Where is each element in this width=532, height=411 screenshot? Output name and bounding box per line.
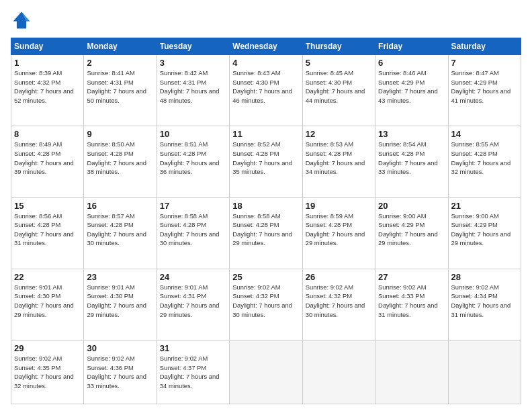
day-number: 19 bbox=[306, 201, 372, 211]
day-number: 22 bbox=[14, 272, 81, 282]
day-number: 12 bbox=[306, 129, 372, 139]
calendar-cell bbox=[302, 340, 375, 404]
calendar-week-row: 29Sunrise: 9:02 AMSunset: 4:35 PMDayligh… bbox=[11, 340, 521, 404]
day-info: Sunrise: 9:01 AMSunset: 4:31 PMDaylight:… bbox=[160, 283, 226, 320]
calendar-cell: 31Sunrise: 9:02 AMSunset: 4:37 PMDayligh… bbox=[157, 340, 229, 404]
calendar-cell: 11Sunrise: 8:52 AMSunset: 4:28 PMDayligh… bbox=[230, 126, 302, 197]
calendar-cell: 10Sunrise: 8:51 AMSunset: 4:28 PMDayligh… bbox=[157, 126, 229, 197]
day-number: 30 bbox=[87, 343, 153, 353]
logo-icon bbox=[11, 9, 32, 31]
day-info: Sunrise: 9:02 AMSunset: 4:32 PMDaylight:… bbox=[306, 283, 372, 320]
calendar-cell: 15Sunrise: 8:56 AMSunset: 4:28 PMDayligh… bbox=[11, 197, 84, 269]
header bbox=[11, 9, 521, 31]
calendar-cell: 9Sunrise: 8:50 AMSunset: 4:28 PMDaylight… bbox=[84, 126, 157, 197]
calendar-cell: 20Sunrise: 9:00 AMSunset: 4:29 PMDayligh… bbox=[375, 197, 448, 269]
calendar-cell: 22Sunrise: 9:01 AMSunset: 4:30 PMDayligh… bbox=[11, 269, 84, 340]
day-info: Sunrise: 8:41 AMSunset: 4:31 PMDaylight:… bbox=[87, 68, 153, 105]
calendar-header-sunday: Sunday bbox=[11, 38, 84, 55]
calendar-week-row: 8Sunrise: 8:49 AMSunset: 4:28 PMDaylight… bbox=[11, 126, 521, 197]
calendar-header-monday: Monday bbox=[84, 38, 157, 55]
day-info: Sunrise: 8:58 AMSunset: 4:28 PMDaylight:… bbox=[160, 212, 226, 248]
calendar-cell: 19Sunrise: 8:59 AMSunset: 4:28 PMDayligh… bbox=[302, 197, 375, 269]
calendar-cell: 5Sunrise: 8:45 AMSunset: 4:30 PMDaylight… bbox=[302, 55, 375, 126]
day-number: 21 bbox=[451, 201, 518, 211]
day-number: 31 bbox=[160, 343, 226, 353]
day-number: 13 bbox=[378, 129, 445, 139]
day-info: Sunrise: 8:46 AMSunset: 4:29 PMDaylight:… bbox=[378, 68, 445, 105]
day-number: 4 bbox=[232, 58, 299, 68]
calendar-cell: 25Sunrise: 9:02 AMSunset: 4:32 PMDayligh… bbox=[230, 269, 302, 340]
calendar-cell bbox=[448, 340, 521, 404]
calendar-cell: 28Sunrise: 9:02 AMSunset: 4:34 PMDayligh… bbox=[448, 269, 521, 340]
day-number: 29 bbox=[14, 343, 81, 353]
calendar-cell: 14Sunrise: 8:55 AMSunset: 4:28 PMDayligh… bbox=[448, 126, 521, 197]
day-number: 25 bbox=[232, 272, 299, 282]
day-info: Sunrise: 9:02 AMSunset: 4:32 PMDaylight:… bbox=[232, 283, 299, 320]
calendar-cell: 6Sunrise: 8:46 AMSunset: 4:29 PMDaylight… bbox=[375, 55, 448, 126]
calendar-cell: 23Sunrise: 9:01 AMSunset: 4:30 PMDayligh… bbox=[84, 269, 157, 340]
day-info: Sunrise: 9:02 AMSunset: 4:33 PMDaylight:… bbox=[378, 283, 445, 320]
day-number: 9 bbox=[87, 129, 153, 139]
calendar-cell: 30Sunrise: 9:02 AMSunset: 4:36 PMDayligh… bbox=[84, 340, 157, 404]
calendar-cell: 12Sunrise: 8:53 AMSunset: 4:28 PMDayligh… bbox=[302, 126, 375, 197]
logo bbox=[11, 9, 35, 31]
calendar-cell: 3Sunrise: 8:42 AMSunset: 4:31 PMDaylight… bbox=[157, 55, 229, 126]
day-number: 17 bbox=[160, 201, 226, 211]
day-info: Sunrise: 9:01 AMSunset: 4:30 PMDaylight:… bbox=[14, 283, 81, 320]
calendar-cell: 8Sunrise: 8:49 AMSunset: 4:28 PMDaylight… bbox=[11, 126, 84, 197]
day-info: Sunrise: 8:51 AMSunset: 4:28 PMDaylight:… bbox=[160, 140, 226, 177]
day-number: 28 bbox=[451, 272, 518, 282]
calendar-cell: 1Sunrise: 8:39 AMSunset: 4:32 PMDaylight… bbox=[11, 55, 84, 126]
calendar-cell: 4Sunrise: 8:43 AMSunset: 4:30 PMDaylight… bbox=[230, 55, 302, 126]
day-number: 15 bbox=[14, 201, 81, 211]
calendar-cell bbox=[375, 340, 448, 404]
day-number: 10 bbox=[160, 129, 226, 139]
calendar-cell bbox=[230, 340, 302, 404]
day-info: Sunrise: 8:49 AMSunset: 4:28 PMDaylight:… bbox=[14, 140, 81, 177]
calendar-cell: 18Sunrise: 8:58 AMSunset: 4:28 PMDayligh… bbox=[230, 197, 302, 269]
day-number: 16 bbox=[87, 201, 153, 211]
calendar-cell: 7Sunrise: 8:47 AMSunset: 4:29 PMDaylight… bbox=[448, 55, 521, 126]
day-info: Sunrise: 8:45 AMSunset: 4:30 PMDaylight:… bbox=[306, 68, 372, 105]
calendar-cell: 17Sunrise: 8:58 AMSunset: 4:28 PMDayligh… bbox=[157, 197, 229, 269]
day-info: Sunrise: 8:53 AMSunset: 4:28 PMDaylight:… bbox=[306, 140, 372, 177]
day-info: Sunrise: 8:47 AMSunset: 4:29 PMDaylight:… bbox=[451, 68, 518, 105]
page: SundayMondayTuesdayWednesdayThursdayFrid… bbox=[0, 0, 532, 411]
calendar-cell: 16Sunrise: 8:57 AMSunset: 4:28 PMDayligh… bbox=[84, 197, 157, 269]
day-number: 7 bbox=[451, 58, 518, 68]
calendar-cell: 29Sunrise: 9:02 AMSunset: 4:35 PMDayligh… bbox=[11, 340, 84, 404]
calendar-cell: 26Sunrise: 9:02 AMSunset: 4:32 PMDayligh… bbox=[302, 269, 375, 340]
calendar-table: SundayMondayTuesdayWednesdayThursdayFrid… bbox=[11, 38, 521, 404]
calendar-header-thursday: Thursday bbox=[302, 38, 375, 55]
day-info: Sunrise: 8:50 AMSunset: 4:28 PMDaylight:… bbox=[87, 140, 153, 177]
day-info: Sunrise: 8:59 AMSunset: 4:28 PMDaylight:… bbox=[306, 212, 372, 248]
calendar-week-row: 15Sunrise: 8:56 AMSunset: 4:28 PMDayligh… bbox=[11, 197, 521, 269]
day-number: 24 bbox=[160, 272, 226, 282]
day-info: Sunrise: 9:01 AMSunset: 4:30 PMDaylight:… bbox=[87, 283, 153, 320]
calendar-header-saturday: Saturday bbox=[448, 38, 521, 55]
day-info: Sunrise: 9:00 AMSunset: 4:29 PMDaylight:… bbox=[378, 212, 445, 248]
calendar-header-wednesday: Wednesday bbox=[230, 38, 302, 55]
day-info: Sunrise: 8:52 AMSunset: 4:28 PMDaylight:… bbox=[232, 140, 299, 177]
day-info: Sunrise: 8:57 AMSunset: 4:28 PMDaylight:… bbox=[87, 212, 153, 248]
day-number: 26 bbox=[306, 272, 372, 282]
day-number: 6 bbox=[378, 58, 445, 68]
day-info: Sunrise: 8:58 AMSunset: 4:28 PMDaylight:… bbox=[232, 212, 299, 248]
day-number: 23 bbox=[87, 272, 153, 282]
day-number: 8 bbox=[14, 129, 81, 139]
calendar-cell: 24Sunrise: 9:01 AMSunset: 4:31 PMDayligh… bbox=[157, 269, 229, 340]
day-info: Sunrise: 9:00 AMSunset: 4:29 PMDaylight:… bbox=[451, 212, 518, 248]
calendar-week-row: 22Sunrise: 9:01 AMSunset: 4:30 PMDayligh… bbox=[11, 269, 521, 340]
calendar-header-row: SundayMondayTuesdayWednesdayThursdayFrid… bbox=[11, 38, 521, 55]
day-info: Sunrise: 8:56 AMSunset: 4:28 PMDaylight:… bbox=[14, 212, 81, 248]
calendar-cell: 2Sunrise: 8:41 AMSunset: 4:31 PMDaylight… bbox=[84, 55, 157, 126]
day-info: Sunrise: 9:02 AMSunset: 4:37 PMDaylight:… bbox=[160, 354, 226, 391]
day-info: Sunrise: 9:02 AMSunset: 4:34 PMDaylight:… bbox=[451, 283, 518, 320]
calendar-cell: 13Sunrise: 8:54 AMSunset: 4:28 PMDayligh… bbox=[375, 126, 448, 197]
day-info: Sunrise: 8:43 AMSunset: 4:30 PMDaylight:… bbox=[232, 68, 299, 105]
day-info: Sunrise: 9:02 AMSunset: 4:36 PMDaylight:… bbox=[87, 354, 153, 391]
day-info: Sunrise: 8:55 AMSunset: 4:28 PMDaylight:… bbox=[451, 140, 518, 177]
calendar-cell: 21Sunrise: 9:00 AMSunset: 4:29 PMDayligh… bbox=[448, 197, 521, 269]
day-number: 11 bbox=[232, 129, 299, 139]
day-info: Sunrise: 9:02 AMSunset: 4:35 PMDaylight:… bbox=[14, 354, 81, 391]
